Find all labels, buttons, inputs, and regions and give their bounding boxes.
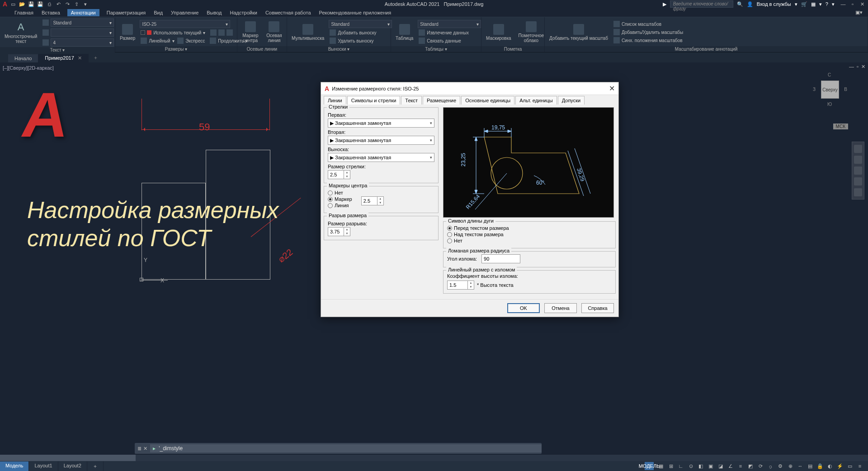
selection-cycle-icon[interactable]: ⟳ xyxy=(756,462,765,470)
snap-icon[interactable]: ⊞ xyxy=(666,462,675,470)
tab-text[interactable]: Текст xyxy=(401,96,422,105)
anno-monitor-icon[interactable]: ⊕ xyxy=(786,462,795,470)
close-icon[interactable]: ✕ xyxy=(859,1,865,7)
workspace-icon[interactable]: ⚙ xyxy=(776,462,785,470)
tab-insert[interactable]: Вставка xyxy=(41,9,61,16)
share-icon[interactable]: ⇪ xyxy=(73,1,80,7)
continue-icon[interactable] xyxy=(210,38,216,44)
tab-annotations[interactable]: Аннотации xyxy=(67,9,99,16)
tab-layout-add-icon[interactable]: ＋ xyxy=(87,461,104,471)
wipeout-button[interactable]: Маскировка xyxy=(483,23,514,42)
search-icon[interactable]: 🔍 xyxy=(737,1,743,7)
tab-parametric[interactable]: Параметризация xyxy=(106,9,146,16)
tab-featured[interactable]: Рекомендованные приложения xyxy=(318,9,392,16)
doctab-file[interactable]: Пример2017✕ xyxy=(38,54,88,62)
tab-view[interactable]: Вид xyxy=(153,9,164,16)
text-find-combo[interactable]: ▾ xyxy=(51,29,114,37)
panel-tables-title[interactable]: Таблицы ▾ xyxy=(391,46,481,52)
tab-primary-units[interactable]: Основные единицы xyxy=(461,96,514,105)
add-leader-button[interactable]: Добавить выноску xyxy=(329,29,392,36)
add-scale-button[interactable]: Добавить текущий масштаб xyxy=(547,23,611,42)
dimension-button[interactable]: Размер xyxy=(117,23,138,42)
save-icon[interactable]: 💾 xyxy=(28,1,34,7)
use-current-toggle[interactable]: Использовать текущий▾ xyxy=(140,29,249,36)
viewcube-east[interactable]: В xyxy=(844,87,847,92)
combo-leader-arrow[interactable]: ▶ Закрашенная замкнутая▾ xyxy=(328,153,434,162)
wcs-badge[interactable]: МСК xyxy=(833,124,848,129)
radio-center-mark[interactable]: Маркер xyxy=(328,196,352,202)
tab-lines[interactable]: Линии xyxy=(324,96,346,105)
ortho-icon[interactable]: ∟ xyxy=(676,462,685,470)
tab-collaborate[interactable]: Совместная работа xyxy=(264,9,312,16)
vp-minimize-icon[interactable]: — xyxy=(849,64,854,70)
nav-orbit-icon[interactable] xyxy=(854,177,862,186)
customize-icon[interactable]: ≡ xyxy=(855,462,864,470)
nav-zoom-icon[interactable] xyxy=(854,167,862,175)
data-link-button[interactable]: Связать данные xyxy=(418,37,481,44)
radio-center-line[interactable]: Линия xyxy=(328,203,352,208)
drawing-area[interactable]: [–][Сверху][2D-каркас] — ▫ ✕ A 59 ⌀22 Y … xyxy=(0,62,868,406)
nav-pan-icon[interactable] xyxy=(854,156,862,164)
viewport-label[interactable]: [–][Сверху][2D-каркас] xyxy=(3,65,54,71)
tab-output[interactable]: Вывод xyxy=(206,9,222,16)
lock-ui-icon[interactable]: 🔒 xyxy=(816,462,825,470)
linear-icon[interactable] xyxy=(141,38,147,44)
vp-restore-icon[interactable]: ▫ xyxy=(857,64,859,70)
viewcube-west[interactable]: З xyxy=(813,87,816,92)
restore-icon[interactable]: ▫ xyxy=(849,1,856,7)
grid-icon[interactable]: ▦ xyxy=(656,462,665,470)
tab-layout1[interactable]: Layout1 xyxy=(29,461,58,471)
transparency-icon[interactable]: ◩ xyxy=(746,462,755,470)
cancel-button[interactable]: Отмена xyxy=(544,303,577,313)
findtext-icon[interactable] xyxy=(42,29,49,36)
app-logo-icon[interactable]: A xyxy=(3,0,7,8)
centermark-button[interactable]: Маркер центра xyxy=(239,20,262,44)
tab-fit[interactable]: Размещение xyxy=(423,96,460,105)
open-icon[interactable]: 📂 xyxy=(19,1,25,7)
text-style-combo[interactable]: Standard▾ xyxy=(51,19,114,27)
tab-addins[interactable]: Надстройки xyxy=(229,9,258,16)
share-arrow-icon[interactable]: ▶ xyxy=(663,1,666,7)
sync-scale-button[interactable]: Синх. положения масштабов xyxy=(613,37,684,44)
tab-symbols-arrows[interactable]: Символы и стрелки xyxy=(347,96,401,105)
tab-home[interactable]: Главная xyxy=(14,9,34,16)
minimize-icon[interactable]: — xyxy=(840,1,846,7)
quick-props-icon[interactable]: ▤ xyxy=(806,462,815,470)
plot-icon[interactable]: ⎙ xyxy=(46,1,52,7)
hardware-accel-icon[interactable]: ⚡ xyxy=(835,462,844,470)
vp-close-icon[interactable]: ✕ xyxy=(861,64,865,70)
input-jog-angle[interactable]: 90 xyxy=(481,254,520,263)
data-extract-button[interactable]: Извлечение данных xyxy=(418,29,481,36)
viewcube[interactable]: С Ю В З Сверху xyxy=(812,71,848,108)
units-icon[interactable]: ↔ xyxy=(796,462,805,470)
command-input[interactable]: ▸ '_dimstyle xyxy=(150,444,542,452)
dialog-close-icon[interactable]: ✕ xyxy=(609,84,615,93)
space-indicator[interactable]: МОДЕЛЬ xyxy=(645,462,654,470)
panel-leaders-title[interactable]: Выноски ▾ xyxy=(287,46,391,52)
isodraft-icon[interactable]: ◧ xyxy=(696,462,705,470)
table-style-combo[interactable]: Standard▾ xyxy=(418,20,481,28)
panel-text-title[interactable]: Текст ▾ xyxy=(0,47,115,53)
remove-leader-button[interactable]: Удалить выноску xyxy=(329,37,392,44)
new-icon[interactable]: ▭ xyxy=(10,1,16,7)
radio-center-none[interactable]: Нет xyxy=(328,190,352,195)
revcloud-button[interactable]: Пометочное облако xyxy=(516,20,547,44)
undo-icon[interactable]: ↶ xyxy=(55,1,61,7)
help-icon[interactable]: ? xyxy=(826,1,828,7)
ok-button[interactable]: OK xyxy=(507,303,540,313)
cmd-history-icon[interactable]: ≣ xyxy=(137,446,142,452)
user-icon[interactable]: 👤 xyxy=(747,1,753,7)
isolate-icon[interactable]: ◐ xyxy=(826,462,835,470)
tab-expand-icon[interactable]: ▣▾ xyxy=(854,9,863,16)
viewcube-north[interactable]: С xyxy=(828,72,831,77)
nav-showmotion-icon[interactable] xyxy=(854,188,862,196)
add-remove-scale-button[interactable]: Добавить/Удалить масштабы xyxy=(613,29,684,36)
saveas-icon[interactable]: 💾 xyxy=(37,1,43,7)
quick-icon[interactable] xyxy=(177,38,184,44)
combo-first-arrow[interactable]: ▶ Закрашенная замкнутая▾ xyxy=(328,119,434,128)
help-button[interactable]: Справка xyxy=(581,303,614,313)
dim-style-combo[interactable]: ISO-25▾ xyxy=(140,20,230,28)
text-height-combo[interactable]: 4▾ xyxy=(51,38,114,47)
search-input[interactable]: Введите ключевое слово/фразу xyxy=(670,0,733,8)
tab-alt-units[interactable]: Альт. единицы xyxy=(515,96,557,105)
